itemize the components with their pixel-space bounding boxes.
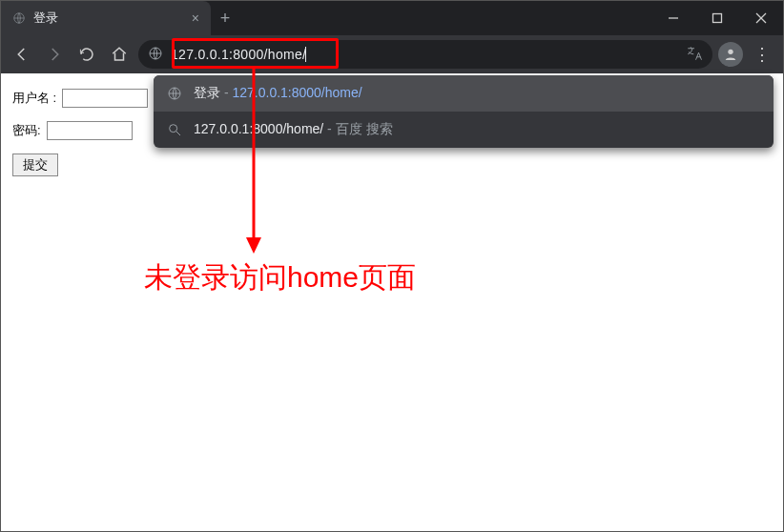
browser-tab[interactable]: 登录 × [1, 1, 211, 35]
browser-menu-button[interactable]: ⋮ [749, 44, 775, 65]
password-label: 密码: [12, 122, 41, 139]
globe-icon [167, 86, 182, 101]
username-input[interactable] [62, 89, 148, 108]
omnibox-suggestions: 登录 - 127.0.0.1:8000/home/ 127.0.0.1:8000… [154, 75, 774, 148]
svg-point-6 [728, 50, 732, 54]
forward-button[interactable] [41, 41, 68, 68]
svg-line-9 [176, 132, 180, 135]
back-button[interactable] [9, 41, 35, 68]
window-maximize-button[interactable] [695, 1, 739, 35]
window-controls [651, 1, 783, 35]
window-close-button[interactable] [739, 1, 783, 35]
suggestion-item[interactable]: 127.0.0.1:8000/home/ - 百度 搜索 [154, 112, 774, 148]
home-button[interactable] [106, 41, 133, 68]
new-tab-button[interactable]: + [211, 1, 239, 35]
translate-icon[interactable] [686, 45, 703, 65]
username-label: 用户名 : [12, 90, 56, 107]
suggestion-item[interactable]: 登录 - 127.0.0.1:8000/home/ [154, 75, 774, 112]
annotation-text: 未登录访问home页面 [144, 258, 416, 297]
tab-title: 登录 [33, 10, 184, 27]
site-info-icon[interactable] [148, 46, 163, 64]
search-icon [167, 122, 182, 137]
window-minimize-button[interactable] [651, 1, 695, 35]
suggestion-text: 127.0.0.1:8000/home/ - 百度 搜索 [194, 121, 393, 138]
suggestion-text: 登录 - 127.0.0.1:8000/home/ [194, 85, 362, 102]
reload-button[interactable] [73, 41, 100, 68]
globe-icon [12, 11, 26, 25]
url-text: 127.0.0.1:8000/home/ [171, 47, 678, 62]
profile-button[interactable] [718, 42, 743, 67]
titlebar: 登录 × + [1, 1, 783, 35]
password-input[interactable] [47, 121, 133, 140]
svg-point-8 [170, 125, 177, 133]
svg-rect-2 [713, 14, 722, 23]
submit-button[interactable]: 提交 [12, 153, 58, 176]
address-bar[interactable]: 127.0.0.1:8000/home/ [138, 40, 712, 69]
close-tab-icon[interactable]: × [192, 11, 199, 25]
toolbar: 127.0.0.1:8000/home/ ⋮ [1, 35, 783, 73]
